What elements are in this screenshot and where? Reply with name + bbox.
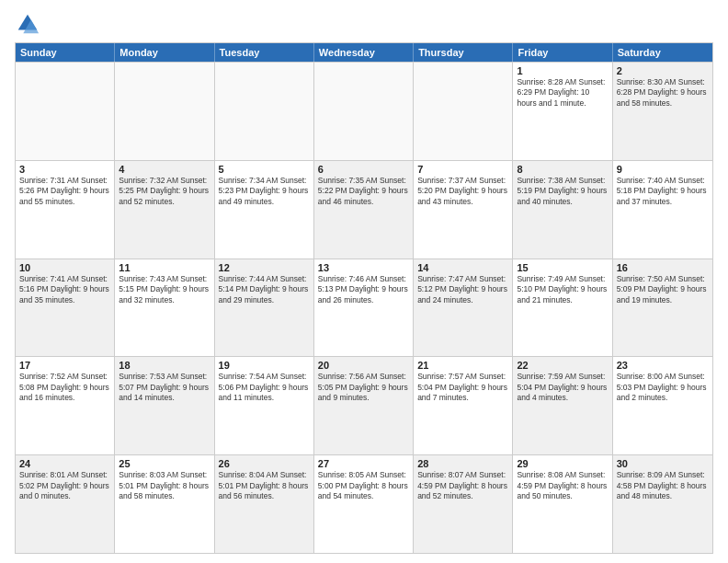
calendar-week-row: 10Sunrise: 7:41 AM Sunset: 5:16 PM Dayli… (16, 259, 712, 357)
calendar-week-row: 1Sunrise: 8:28 AM Sunset: 6:29 PM Daylig… (16, 62, 712, 160)
day-info: Sunrise: 7:50 AM Sunset: 5:09 PM Dayligh… (617, 274, 709, 305)
day-number: 14 (417, 262, 508, 273)
logo (15, 11, 44, 37)
day-number: 24 (19, 458, 110, 469)
calendar-day-cell (115, 63, 214, 160)
day-info: Sunrise: 7:59 AM Sunset: 5:04 PM Dayligh… (517, 372, 608, 403)
calendar-day-cell (215, 63, 314, 160)
day-number: 26 (219, 458, 310, 469)
calendar-day-cell: 9Sunrise: 7:40 AM Sunset: 5:18 PM Daylig… (613, 161, 712, 259)
calendar-day-cell (16, 63, 115, 160)
calendar-day-cell: 16Sunrise: 7:50 AM Sunset: 5:09 PM Dayli… (613, 259, 712, 357)
day-number: 15 (517, 262, 608, 273)
day-info: Sunrise: 7:38 AM Sunset: 5:19 PM Dayligh… (517, 176, 608, 207)
day-number: 5 (219, 164, 310, 175)
day-info: Sunrise: 7:53 AM Sunset: 5:07 PM Dayligh… (119, 372, 210, 403)
calendar-day-cell: 26Sunrise: 8:04 AM Sunset: 5:01 PM Dayli… (215, 455, 314, 553)
calendar-day-cell: 2Sunrise: 8:30 AM Sunset: 6:28 PM Daylig… (613, 63, 712, 160)
day-number: 11 (119, 262, 210, 273)
day-info: Sunrise: 8:30 AM Sunset: 6:28 PM Dayligh… (617, 77, 709, 109)
day-info: Sunrise: 8:00 AM Sunset: 5:03 PM Dayligh… (617, 372, 709, 403)
day-info: Sunrise: 8:09 AM Sunset: 4:58 PM Dayligh… (617, 470, 709, 501)
day-number: 18 (119, 360, 210, 371)
calendar-header-cell: Saturday (613, 43, 712, 62)
day-number: 1 (517, 65, 608, 76)
day-info: Sunrise: 7:34 AM Sunset: 5:23 PM Dayligh… (219, 176, 310, 207)
day-info: Sunrise: 7:37 AM Sunset: 5:20 PM Dayligh… (417, 176, 508, 207)
day-info: Sunrise: 7:54 AM Sunset: 5:06 PM Dayligh… (219, 372, 310, 403)
calendar-header-cell: Friday (513, 43, 612, 62)
day-number: 6 (318, 164, 409, 175)
header (15, 11, 713, 37)
day-number: 19 (219, 360, 310, 371)
calendar-day-cell: 19Sunrise: 7:54 AM Sunset: 5:06 PM Dayli… (215, 357, 314, 454)
day-info: Sunrise: 7:32 AM Sunset: 5:25 PM Dayligh… (119, 176, 210, 207)
day-info: Sunrise: 7:49 AM Sunset: 5:10 PM Dayligh… (517, 274, 608, 305)
calendar-header-cell: Tuesday (215, 43, 314, 62)
day-info: Sunrise: 7:56 AM Sunset: 5:05 PM Dayligh… (318, 372, 409, 403)
calendar-day-cell: 20Sunrise: 7:56 AM Sunset: 5:05 PM Dayli… (314, 357, 414, 454)
calendar-day-cell: 29Sunrise: 8:08 AM Sunset: 4:59 PM Dayli… (513, 455, 612, 553)
calendar-day-cell (414, 63, 513, 160)
day-number: 20 (318, 360, 409, 371)
calendar-day-cell: 1Sunrise: 8:28 AM Sunset: 6:29 PM Daylig… (513, 63, 612, 160)
calendar-day-cell: 23Sunrise: 8:00 AM Sunset: 5:03 PM Dayli… (613, 357, 712, 454)
calendar-day-cell: 24Sunrise: 8:01 AM Sunset: 5:02 PM Dayli… (16, 455, 115, 553)
calendar-week-row: 17Sunrise: 7:52 AM Sunset: 5:08 PM Dayli… (16, 356, 712, 454)
day-number: 25 (119, 458, 210, 469)
day-number: 2 (617, 65, 709, 76)
day-number: 23 (617, 360, 709, 371)
calendar-header-cell: Monday (115, 43, 214, 62)
day-number: 10 (19, 262, 110, 273)
calendar-day-cell: 30Sunrise: 8:09 AM Sunset: 4:58 PM Dayli… (613, 455, 712, 553)
day-number: 8 (517, 164, 608, 175)
calendar-day-cell (314, 63, 414, 160)
day-info: Sunrise: 7:43 AM Sunset: 5:15 PM Dayligh… (119, 274, 210, 305)
calendar-day-cell: 12Sunrise: 7:44 AM Sunset: 5:14 PM Dayli… (215, 259, 314, 357)
day-info: Sunrise: 7:40 AM Sunset: 5:18 PM Dayligh… (617, 176, 709, 207)
calendar-day-cell: 22Sunrise: 7:59 AM Sunset: 5:04 PM Dayli… (513, 357, 612, 454)
calendar-body: 1Sunrise: 8:28 AM Sunset: 6:29 PM Daylig… (16, 62, 712, 553)
calendar-day-cell: 14Sunrise: 7:47 AM Sunset: 5:12 PM Dayli… (414, 259, 513, 357)
calendar-day-cell: 13Sunrise: 7:46 AM Sunset: 5:13 PM Dayli… (314, 259, 414, 357)
calendar-day-cell: 8Sunrise: 7:38 AM Sunset: 5:19 PM Daylig… (513, 161, 612, 259)
day-info: Sunrise: 7:31 AM Sunset: 5:26 PM Dayligh… (19, 176, 110, 207)
calendar-day-cell: 28Sunrise: 8:07 AM Sunset: 4:59 PM Dayli… (414, 455, 513, 553)
calendar-day-cell: 17Sunrise: 7:52 AM Sunset: 5:08 PM Dayli… (16, 357, 115, 454)
calendar-day-cell: 3Sunrise: 7:31 AM Sunset: 5:26 PM Daylig… (16, 161, 115, 259)
calendar-day-cell: 11Sunrise: 7:43 AM Sunset: 5:15 PM Dayli… (115, 259, 214, 357)
day-number: 13 (318, 262, 409, 273)
day-number: 4 (119, 164, 210, 175)
calendar-day-cell: 10Sunrise: 7:41 AM Sunset: 5:16 PM Dayli… (16, 259, 115, 357)
day-info: Sunrise: 8:08 AM Sunset: 4:59 PM Dayligh… (517, 470, 608, 501)
day-info: Sunrise: 8:28 AM Sunset: 6:29 PM Dayligh… (517, 77, 608, 109)
day-number: 29 (517, 458, 608, 469)
logo-icon (15, 11, 40, 37)
day-info: Sunrise: 8:07 AM Sunset: 4:59 PM Dayligh… (417, 470, 508, 501)
calendar-header-cell: Wednesday (314, 43, 414, 62)
calendar-day-cell: 4Sunrise: 7:32 AM Sunset: 5:25 PM Daylig… (115, 161, 214, 259)
calendar-week-row: 24Sunrise: 8:01 AM Sunset: 5:02 PM Dayli… (16, 454, 712, 553)
calendar-day-cell: 7Sunrise: 7:37 AM Sunset: 5:20 PM Daylig… (414, 161, 513, 259)
calendar: SundayMondayTuesdayWednesdayThursdayFrid… (15, 42, 713, 554)
day-info: Sunrise: 7:44 AM Sunset: 5:14 PM Dayligh… (219, 274, 310, 305)
day-info: Sunrise: 8:03 AM Sunset: 5:01 PM Dayligh… (119, 470, 210, 501)
calendar-day-cell: 6Sunrise: 7:35 AM Sunset: 5:22 PM Daylig… (314, 161, 414, 259)
day-info: Sunrise: 8:04 AM Sunset: 5:01 PM Dayligh… (219, 470, 310, 501)
calendar-day-cell: 27Sunrise: 8:05 AM Sunset: 5:00 PM Dayli… (314, 455, 414, 553)
calendar-day-cell: 15Sunrise: 7:49 AM Sunset: 5:10 PM Dayli… (513, 259, 612, 357)
day-info: Sunrise: 7:35 AM Sunset: 5:22 PM Dayligh… (318, 176, 409, 207)
day-number: 7 (417, 164, 508, 175)
day-number: 27 (318, 458, 409, 469)
page: SundayMondayTuesdayWednesdayThursdayFrid… (0, 0, 728, 563)
day-info: Sunrise: 8:01 AM Sunset: 5:02 PM Dayligh… (19, 470, 110, 501)
day-number: 22 (517, 360, 608, 371)
day-info: Sunrise: 7:41 AM Sunset: 5:16 PM Dayligh… (19, 274, 110, 305)
day-number: 3 (19, 164, 110, 175)
day-number: 9 (617, 164, 709, 175)
day-number: 28 (417, 458, 508, 469)
calendar-day-cell: 18Sunrise: 7:53 AM Sunset: 5:07 PM Dayli… (115, 357, 214, 454)
day-number: 16 (617, 262, 709, 273)
calendar-header-cell: Thursday (414, 43, 513, 62)
day-info: Sunrise: 7:47 AM Sunset: 5:12 PM Dayligh… (417, 274, 508, 305)
